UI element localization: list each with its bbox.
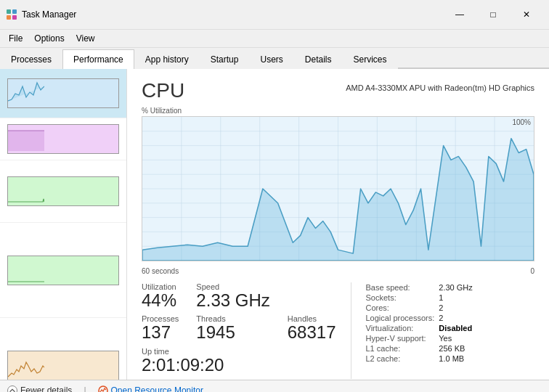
menu-view[interactable]: View — [70, 31, 101, 46]
menu-options[interactable]: Options — [28, 31, 70, 46]
cores-value: 2 — [439, 303, 476, 313]
sockets-value: 1 — [439, 293, 476, 303]
virtualization-row: Virtualization: Disabled — [366, 323, 477, 333]
l1-row: L1 cache: 256 KB — [366, 343, 477, 354]
app-title: Task Manager — [22, 9, 76, 20]
title-bar-left: Task Manager — [6, 9, 76, 20]
tab-services[interactable]: Services — [343, 49, 398, 69]
svg-rect-1 — [12, 9, 17, 14]
virtualization-label: Virtualization: — [366, 323, 439, 333]
svg-rect-2 — [7, 15, 11, 20]
bottom-separator: | — [84, 385, 86, 393]
base-speed-label: Base speed: — [366, 282, 439, 293]
tab-performance[interactable]: Performance — [62, 49, 134, 69]
utilization-value: 44% — [142, 291, 179, 310]
left-stats: Utilization 44% Speed 2.33 GHz Processes… — [142, 282, 336, 379]
utilization-block: Utilization 44% — [142, 282, 179, 310]
title-bar: Task Manager — □ ✕ — [0, 0, 549, 30]
bottom-bar: Fewer details | Open Resource Monitor — [0, 380, 549, 392]
handles-block: Handles 68317 — [288, 314, 336, 342]
uptime-value: 2:01:09:20 — [142, 356, 270, 375]
detail-panel: CPU AMD A4-3330MX APU with Radeon(tm) HD… — [127, 69, 549, 380]
stats-divider — [351, 282, 351, 379]
speed-value: 2.33 GHz — [196, 291, 269, 310]
right-stats: Base speed: 2.30 GHz Sockets: 1 Cores: 2… — [366, 282, 477, 379]
wifi-thumbnail — [7, 351, 119, 380]
taskmanager-icon — [6, 9, 17, 20]
svg-rect-0 — [7, 9, 11, 14]
logical-row: Logical processors: 2 — [366, 313, 477, 323]
memory-thumbnail — [7, 124, 119, 154]
sidebar-item-memory[interactable]: Memory 3.0/3.5 GB (86%) — [0, 118, 126, 160]
disk0-thumbnail — [7, 176, 119, 206]
close-button[interactable]: ✕ — [510, 4, 543, 25]
fewer-details-label: Fewer details — [20, 385, 72, 393]
logical-label: Logical processors: — [366, 313, 439, 323]
uptime-label: Up time — [142, 347, 270, 356]
resource-monitor-icon — [98, 385, 108, 393]
handles-value: 68317 — [288, 323, 336, 342]
stats-section: Utilization 44% Speed 2.33 GHz Processes… — [142, 282, 534, 379]
tab-details[interactable]: Details — [294, 49, 343, 69]
maximize-button[interactable]: □ — [476, 4, 510, 25]
threads-value: 1945 — [196, 323, 269, 342]
svg-rect-4 — [8, 131, 44, 151]
menu-bar: File Options View — [0, 30, 549, 48]
main-content: CPU 44% 2.33 GHz Memory 3.0/3.5 GB (86%) — [0, 69, 549, 380]
title-bar-controls: — □ ✕ — [443, 4, 543, 25]
tab-bar: Processes Performance App history Startu… — [0, 48, 549, 69]
sidebar-item-disk0[interactable]: Disk 0 (C:) HDD 1% — [0, 160, 126, 223]
chart-x-labels: 60 seconds 0 — [142, 267, 534, 275]
chart-x-right: 0 — [530, 267, 534, 275]
cores-row: Cores: 2 — [366, 303, 477, 313]
processes-block: Processes 137 — [142, 314, 179, 342]
cpu-thumbnail — [7, 78, 119, 108]
minimize-button[interactable]: — — [443, 4, 476, 25]
chart-x-left: 60 seconds — [142, 267, 179, 275]
logical-value: 2 — [439, 313, 476, 323]
tab-apphistory[interactable]: App history — [134, 49, 200, 69]
right-stats-table: Base speed: 2.30 GHz Sockets: 1 Cores: 2… — [366, 282, 477, 364]
sockets-label: Sockets: — [366, 293, 439, 303]
uptime-block: Up time 2:01:09:20 — [142, 347, 270, 375]
detail-header: CPU AMD A4-3330MX APU with Radeon(tm) HD… — [142, 79, 534, 102]
open-resource-label: Open Resource Monitor — [111, 385, 203, 393]
detail-subtitle: AMD A4-3330MX APU with Radeon(tm) HD Gra… — [346, 83, 534, 92]
hyperv-label: Hyper-V support: — [366, 333, 439, 343]
detail-title: CPU — [142, 79, 184, 102]
tab-startup[interactable]: Startup — [200, 49, 250, 69]
threads-block: Threads 1945 — [196, 314, 269, 342]
chevron-up-icon — [7, 385, 17, 393]
fewer-details-button[interactable]: Fewer details — [7, 385, 72, 393]
chart-y-max: 100% — [512, 118, 531, 126]
menu-file[interactable]: File — [3, 31, 28, 46]
disk1-thumbnail — [7, 256, 119, 285]
l2-value: 1.0 MB — [439, 354, 476, 364]
l2-label: L2 cache: — [366, 354, 439, 364]
processes-value: 137 — [142, 323, 179, 342]
sockets-row: Sockets: 1 — [366, 293, 477, 303]
cpu-chart: 100% — [142, 116, 534, 261]
chart-y-label: % Utilization — [142, 107, 534, 115]
base-speed-value: 2.30 GHz — [439, 282, 476, 293]
l2-row: L2 cache: 1.0 MB — [366, 354, 477, 364]
sidebar: CPU 44% 2.33 GHz Memory 3.0/3.5 GB (86%) — [0, 69, 127, 380]
sidebar-item-disk1[interactable]: Disk 1 (D: F: G: H:) HDD 0% — [0, 223, 126, 318]
hyperv-value: Yes — [439, 333, 476, 343]
l1-value: 256 KB — [439, 343, 476, 354]
cores-label: Cores: — [366, 303, 439, 313]
speed-block: Speed 2.33 GHz — [196, 282, 269, 310]
hyperv-row: Hyper-V support: Yes — [366, 333, 477, 343]
sidebar-item-cpu[interactable]: CPU 44% 2.33 GHz — [0, 69, 126, 118]
open-resource-button[interactable]: Open Resource Monitor — [98, 385, 203, 393]
tab-processes[interactable]: Processes — [0, 49, 62, 69]
virtualization-value: Disabled — [439, 323, 476, 333]
tab-users[interactable]: Users — [249, 49, 293, 69]
l1-label: L1 cache: — [366, 343, 439, 354]
sidebar-item-wifi[interactable]: Wi-Fi Wi-Fi 2 S: 0.1 R: 1.5 Mbps — [0, 318, 126, 380]
base-speed-row: Base speed: 2.30 GHz — [366, 282, 477, 293]
svg-rect-3 — [12, 15, 17, 20]
